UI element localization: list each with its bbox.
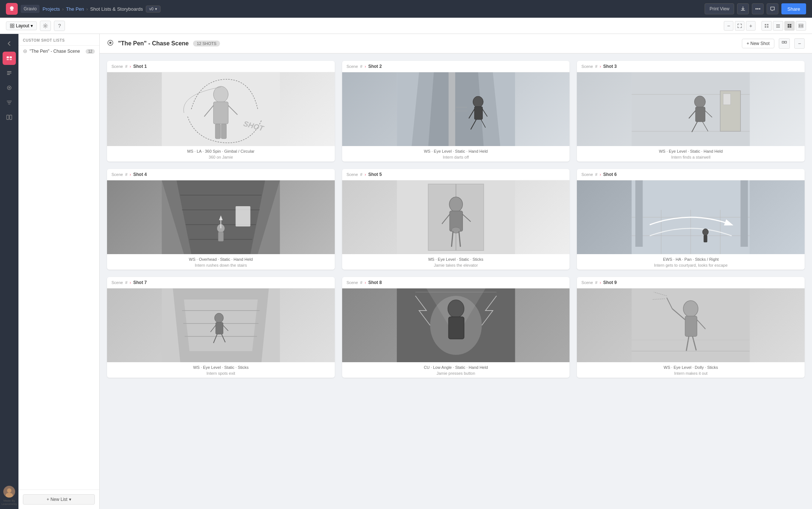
svg-rect-8 [767,24,768,25]
chevron-icon: › [130,64,131,69]
download-icon-button[interactable] [737,3,749,14]
svg-rect-38 [782,41,784,43]
made-by-label: Made ByLeanometry [1,499,17,506]
shot-desc-7: Intern spots exit [111,371,330,375]
scene-header: "The Pen" - Chase Scene 12 SHOTS + New S… [100,34,812,53]
shot-card-1: Scene # › Shot 1 [107,61,335,162]
svg-rect-45 [215,124,220,139]
help-button[interactable]: ? [54,21,65,31]
shot-card-footer-1: MS · LA · 360 Spin · Gimbal / Circular 3… [107,146,335,162]
shot-image-3[interactable] [577,72,805,146]
shot-card-footer-3: WS · Eye Level · Static · Hand Held Inte… [577,146,805,162]
version-badge[interactable]: v0 ▾ [146,6,161,13]
zoom-in-button[interactable]: + [746,21,756,31]
chevron-down-icon: ▾ [69,497,71,502]
shot-image-6[interactable] [577,180,805,254]
sidebar-item-scenes[interactable] [3,81,16,94]
chevron-icon: › [600,172,601,177]
shot-image-9[interactable] [577,288,805,362]
shot-card-3: Scene # › Shot 3 [577,61,805,162]
svg-rect-31 [10,115,12,120]
more-options-button[interactable]: ••• [752,3,764,14]
sidebar-item-storyboard[interactable] [3,52,16,65]
shot-card-9: Scene # › Shot 9 [577,277,805,378]
sidebar-item-board[interactable] [3,111,16,124]
settings-icon-button[interactable] [40,21,51,31]
view-small-grid-button[interactable] [761,21,772,31]
shot-name-1: Shot 1 [133,64,147,69]
top-navigation: Gravio Projects › The Pen › Shot Lists &… [0,0,812,18]
shot-image-2[interactable] [342,72,570,146]
shot-desc-9: Intern makes it out [581,371,800,375]
svg-rect-53 [474,107,482,120]
scene-view-toggle[interactable] [779,38,790,49]
svg-point-0 [10,6,14,10]
share-button[interactable]: Share [781,3,806,14]
svg-point-35 [25,51,26,52]
chevron-icon: › [365,172,366,177]
shot-list-panel: Custom Shot Lists "The Pen" - Chase Scen… [18,34,100,509]
svg-rect-5 [13,26,14,28]
shot-desc-1: 360 on Jamie [111,155,330,159]
shot-specs-9: WS · Eye Level · Dolly · Sticks [581,365,800,370]
shot-card-header-4: Scene # › Shot 4 [107,169,335,180]
svg-rect-58 [448,72,455,146]
scene-icon [107,39,114,48]
new-shot-button[interactable]: + New Shot [742,39,774,48]
collapse-button[interactable]: − [794,38,805,49]
svg-point-123 [448,300,464,318]
view-filmstrip-button[interactable] [796,21,806,31]
svg-rect-128 [685,316,697,336]
shot-desc-2: Intern darts off [347,155,565,159]
comments-button[interactable] [767,3,778,14]
shot-image-1[interactable]: SHOT [107,72,335,146]
svg-point-112 [214,313,223,323]
shot-desc-5: Jamie takes the elevator [347,263,565,267]
shot-image-7[interactable] [107,288,335,362]
new-list-button[interactable]: + New List ▾ [23,494,95,505]
svg-rect-19 [799,24,801,27]
svg-point-67 [695,96,706,108]
shot-specs-2: WS · Eye Level · Static · Hand Held [347,149,565,153]
shot-image-5[interactable] [342,180,570,254]
shot-image-4[interactable] [107,180,335,254]
svg-rect-7 [765,24,766,25]
shot-list-count: 12 [86,49,95,54]
svg-rect-16 [788,26,789,28]
view-large-grid-button[interactable] [784,21,795,31]
print-view-button[interactable]: Print View [705,3,734,14]
sidebar-back-button[interactable] [3,37,16,50]
svg-rect-10 [767,26,768,28]
shot-desc-6: Intern gets to courtyard, looks for esca… [581,263,800,267]
view-list-button[interactable] [773,21,783,31]
app-logo[interactable] [6,3,18,15]
shot-image-8[interactable] [342,288,570,362]
svg-point-127 [684,301,698,317]
shot-list-footer: + New List ▾ [18,489,99,509]
shot-list-header: Custom Shot Lists [18,34,99,46]
svg-point-6 [45,25,46,27]
sidebar-item-filters[interactable] [3,96,16,109]
chevron-down-icon: ▾ [155,7,157,11]
zoom-fit-button[interactable] [735,21,744,31]
svg-rect-103 [741,180,748,247]
breadcrumb-projects[interactable]: Projects [42,6,60,12]
zoom-out-button[interactable]: − [724,21,733,31]
shot-card-footer-2: WS · Eye Level · Static · Hand Held Inte… [342,146,570,162]
layout-button[interactable]: Layout ▾ [6,21,37,30]
shot-list-item[interactable]: "The Pen" - Chase Scene 12 [18,46,99,57]
shot-specs-7: WS · Eye Level · Static · Sticks [111,365,330,370]
shot-card-header-5: Scene # › Shot 5 [342,169,570,180]
breadcrumb-project[interactable]: The Pen [66,6,84,12]
svg-rect-68 [696,107,705,122]
shot-card-6: Scene # › Shot 6 [577,169,805,270]
shot-card-7: Scene # › Shot 7 [107,277,335,378]
zoom-controls: − + [724,21,756,31]
chevron-icon: › [365,280,366,285]
sidebar-item-list[interactable] [3,66,16,80]
shot-specs-1: MS · LA · 360 Spin · Gimbal / Circular [111,149,330,153]
shot-card-footer-8: CU · Low Angle · Static · Hand Held Jami… [342,362,570,378]
user-avatar[interactable] [3,486,15,498]
shot-list-name: "The Pen" - Chase Scene [30,49,80,54]
shot-specs-8: CU · Low Angle · Static · Hand Held [347,365,565,370]
